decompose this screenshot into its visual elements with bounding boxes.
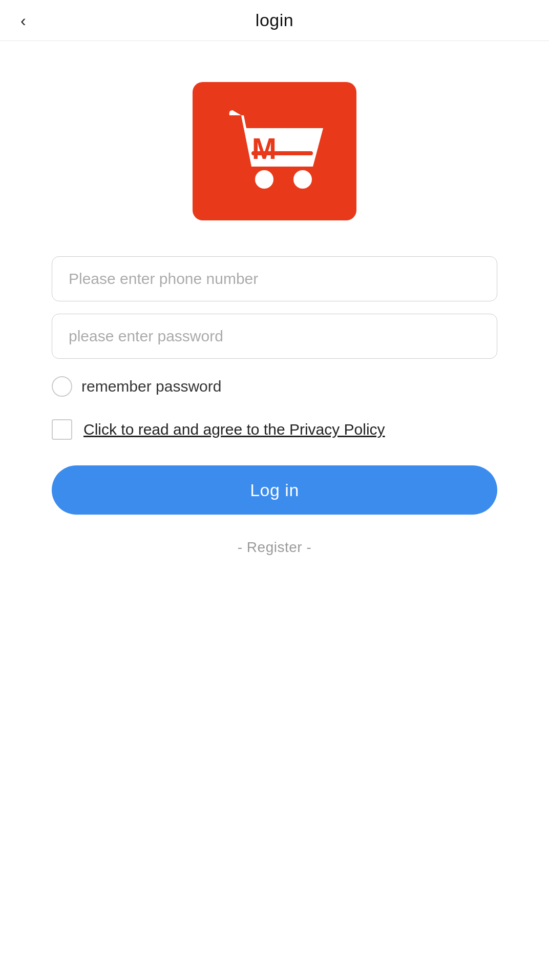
cart-logo-icon: M	[218, 100, 331, 202]
svg-point-1	[293, 170, 312, 189]
back-button[interactable]: ‹	[20, 12, 26, 29]
privacy-policy-checkbox[interactable]	[52, 419, 72, 440]
header: ‹ login	[0, 0, 549, 41]
register-link[interactable]: - Register -	[52, 539, 497, 556]
privacy-policy-link[interactable]: Click to read and agree to the Privacy P…	[83, 421, 385, 438]
app-logo: M	[193, 82, 356, 220]
phone-input[interactable]	[52, 256, 497, 301]
privacy-policy-row: Click to read and agree to the Privacy P…	[52, 414, 497, 445]
login-form: remember password Click to read and agre…	[52, 256, 497, 556]
remember-password-label: remember password	[81, 378, 221, 395]
main-content: M remember password Click to read and ag…	[0, 41, 549, 586]
svg-rect-3	[251, 151, 313, 155]
login-button[interactable]: Log in	[52, 465, 497, 515]
svg-text:M: M	[252, 132, 277, 165]
password-input[interactable]	[52, 314, 497, 359]
svg-point-0	[255, 170, 273, 189]
remember-password-row: remember password	[52, 371, 497, 402]
page-title: login	[256, 10, 293, 30]
remember-password-toggle[interactable]	[52, 376, 72, 397]
